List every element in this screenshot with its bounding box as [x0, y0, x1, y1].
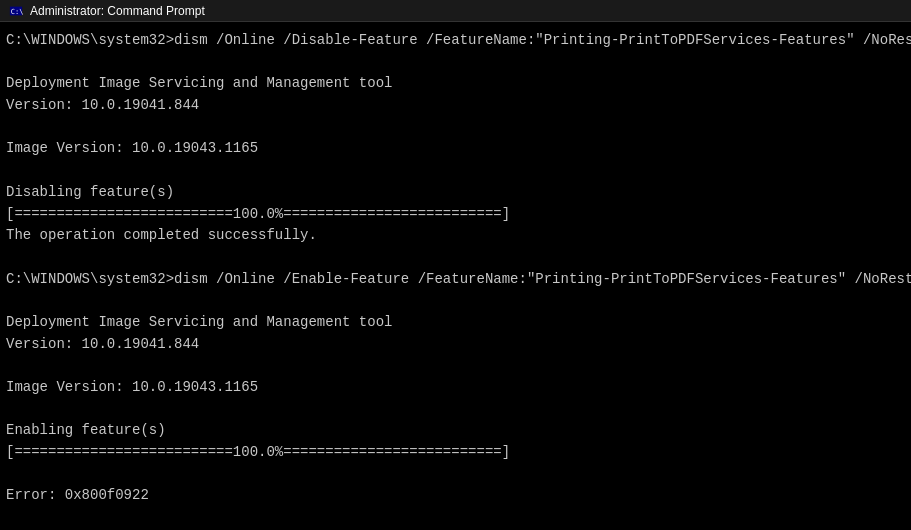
terminal-line: The operation completed successfully. — [6, 225, 905, 247]
terminal-line — [6, 507, 905, 529]
terminal-line — [6, 290, 905, 312]
terminal-line: Image Version: 10.0.19043.1165 — [6, 138, 905, 160]
terminal-line: Enabling feature(s) — [6, 420, 905, 442]
svg-text:C:\: C:\ — [11, 7, 23, 15]
cmd-icon: C:\ — [8, 3, 24, 19]
terminal-line: C:\WINDOWS\system32>dism /Online /Enable… — [6, 269, 905, 291]
terminal-line: C:\WINDOWS\system32>dism /Online /Disabl… — [6, 30, 905, 52]
terminal-line — [6, 117, 905, 139]
terminal-line — [6, 399, 905, 421]
terminal-line: [==========================100.0%=======… — [6, 442, 905, 464]
terminal-line: Deployment Image Servicing and Managemen… — [6, 312, 905, 334]
terminal-line — [6, 247, 905, 269]
terminal-line: Disabling feature(s) — [6, 182, 905, 204]
terminal-line: Version: 10.0.19041.844 — [6, 334, 905, 356]
terminal-line — [6, 464, 905, 486]
terminal-line: Deployment Image Servicing and Managemen… — [6, 73, 905, 95]
terminal-line: Image Version: 10.0.19043.1165 — [6, 377, 905, 399]
terminal-line: Version: 10.0.19041.844 — [6, 95, 905, 117]
terminal-line — [6, 355, 905, 377]
terminal[interactable]: C:\WINDOWS\system32>dism /Online /Disabl… — [0, 22, 911, 530]
terminal-line: Error: 0x800f0922 — [6, 485, 905, 507]
title-bar-text: Administrator: Command Prompt — [30, 4, 903, 18]
terminal-line — [6, 160, 905, 182]
terminal-line: [==========================100.0%=======… — [6, 204, 905, 226]
terminal-line — [6, 52, 905, 74]
title-bar: C:\ Administrator: Command Prompt — [0, 0, 911, 22]
